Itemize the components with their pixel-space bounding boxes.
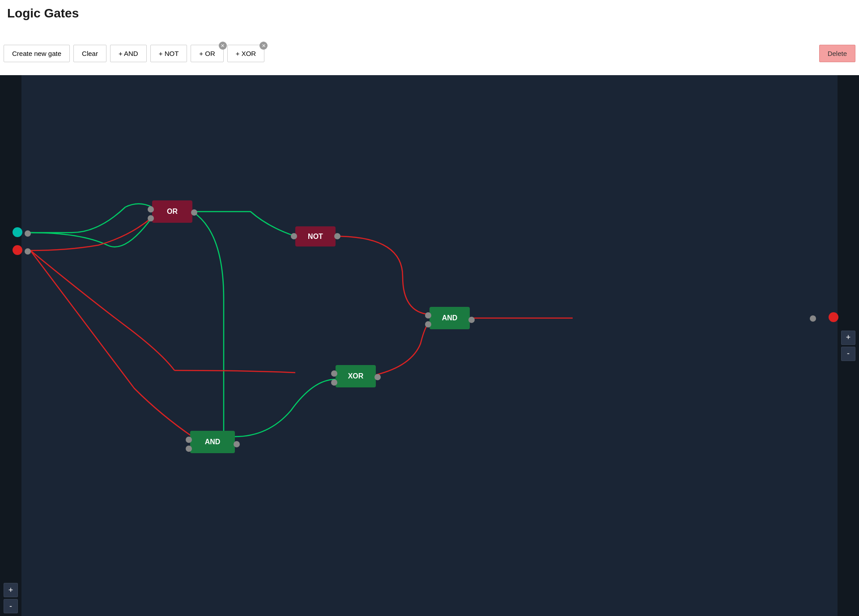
not-in xyxy=(291,233,297,239)
xor-out xyxy=(374,374,381,380)
and-bot-in-1 xyxy=(186,437,192,443)
and-bot-in-2 xyxy=(186,446,192,452)
zoom-in-button-left[interactable]: + xyxy=(4,583,18,597)
gate-xor-1[interactable]: XOR xyxy=(336,365,376,387)
zoom-in-button-right[interactable]: + xyxy=(841,331,855,345)
zoom-out-button-left[interactable]: - xyxy=(4,599,18,613)
zoom-out-button-right[interactable]: - xyxy=(841,347,855,361)
input-connector-2 xyxy=(25,248,31,255)
and-top-in-1 xyxy=(425,312,431,319)
remove-xor-icon[interactable]: ✕ xyxy=(259,42,268,50)
add-or-button[interactable]: + OR ✕ xyxy=(191,45,223,62)
right-panel: + - xyxy=(838,75,859,616)
create-new-gate-button[interactable]: Create new gate xyxy=(4,45,70,62)
clear-button[interactable]: Clear xyxy=(73,45,106,62)
or-in-2 xyxy=(148,215,154,221)
xor-in-1 xyxy=(331,370,337,377)
and-bot-out xyxy=(234,441,240,447)
or-in-1 xyxy=(148,206,154,212)
add-and-button[interactable]: + AND xyxy=(110,45,147,62)
gate-and-bottom[interactable]: AND xyxy=(190,431,235,453)
left-panel xyxy=(0,75,21,616)
remove-or-icon[interactable]: ✕ xyxy=(219,42,227,50)
xor-in-2 xyxy=(331,379,337,386)
not-out xyxy=(334,233,340,239)
wire-layer xyxy=(0,75,859,616)
gate-or-1[interactable]: OR xyxy=(152,200,192,223)
gate-not-1[interactable]: NOT xyxy=(295,226,336,246)
and-top-in-2 xyxy=(425,321,431,327)
add-xor-button[interactable]: + XOR ✕ xyxy=(227,45,264,62)
and-top-out xyxy=(468,317,475,323)
app-title: Logic Gates xyxy=(7,6,79,21)
or-out xyxy=(191,209,197,216)
add-not-button[interactable]: + NOT xyxy=(150,45,187,62)
delete-button[interactable]: Delete xyxy=(819,45,855,62)
toolbar: Create new gate Clear + AND + NOT + OR ✕… xyxy=(4,45,859,62)
input-connector-1 xyxy=(25,230,31,237)
output-connector xyxy=(810,315,816,322)
canvas-area[interactable]: OR NOT AND XOR AND xyxy=(0,75,859,616)
gate-and-top[interactable]: AND xyxy=(430,307,470,329)
